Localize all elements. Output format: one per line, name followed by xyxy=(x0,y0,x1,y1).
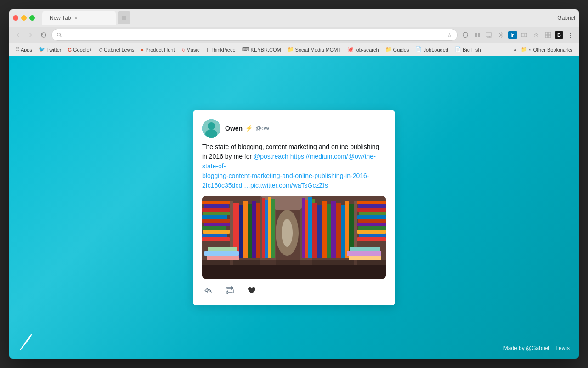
svg-rect-68 xyxy=(358,204,386,208)
music-icon: ♫ xyxy=(181,47,185,52)
nav-bar: ☆ xyxy=(9,27,579,43)
search-icon xyxy=(57,32,62,38)
avatar xyxy=(202,119,220,138)
verified-icon: ⚡ xyxy=(245,125,253,132)
bookmark-socialmedia-label: Social Media MGMT xyxy=(295,47,341,52)
new-tab-button[interactable] xyxy=(118,12,130,24)
extensions-icon[interactable] xyxy=(472,30,482,40)
svg-rect-55 xyxy=(336,203,341,258)
bookmark-thinkpiece[interactable]: T ThinkPiece xyxy=(203,46,238,53)
tweet-body: The state of blogging, content marketing… xyxy=(202,142,386,190)
tweet-header: Owen ⚡ @ow xyxy=(202,119,386,138)
bookmark-gabriellewis[interactable]: ◇ Gabriel Lewis xyxy=(96,46,137,53)
svg-rect-74 xyxy=(347,251,381,256)
maximize-button[interactable] xyxy=(29,15,35,21)
svg-rect-44 xyxy=(305,200,308,258)
extension1-icon[interactable] xyxy=(519,30,529,40)
tweet-card: Owen ⚡ @ow The state of blogging, conten… xyxy=(193,110,395,305)
bookmark-joblogged[interactable]: 📄 JobLogged xyxy=(413,46,451,53)
producthunt-icon: ● xyxy=(141,47,144,52)
url-input[interactable] xyxy=(65,32,444,38)
bookmark-twitter[interactable]: 🐦 Twitter xyxy=(36,46,64,53)
back-button[interactable] xyxy=(13,30,23,40)
svg-rect-11 xyxy=(545,35,548,38)
retweet-button[interactable] xyxy=(223,284,236,296)
svg-rect-0 xyxy=(122,16,126,20)
other-bookmarks-icon: 📁 xyxy=(521,46,527,52)
svg-rect-28 xyxy=(202,201,230,204)
bookmark-guides[interactable]: 📁 Guides xyxy=(383,46,412,53)
svg-rect-39 xyxy=(262,198,265,258)
bookmark-googleplus[interactable]: G Google+ xyxy=(65,46,95,53)
other-bookmarks-label: » Other Bookmarks xyxy=(529,47,572,52)
svg-rect-57 xyxy=(345,201,349,258)
bookmark-music[interactable]: ♫ Music xyxy=(178,46,202,53)
like-button[interactable] xyxy=(245,284,258,296)
cast-icon[interactable] xyxy=(484,30,494,40)
svg-rect-4 xyxy=(475,35,477,37)
bold-icon[interactable]: B xyxy=(555,31,563,39)
svg-rect-25 xyxy=(203,212,230,215)
more-icon[interactable]: ⋮ xyxy=(565,30,575,40)
bookmark-producthunt[interactable]: ● Product Hunt xyxy=(138,46,178,53)
svg-rect-75 xyxy=(350,247,380,251)
tweet-image xyxy=(202,196,386,279)
bookmark-guides-label: Guides xyxy=(393,47,409,52)
tweet-mention[interactable]: @postreach xyxy=(254,153,288,160)
other-bookmarks[interactable]: 📁 » Other Bookmarks xyxy=(518,46,575,53)
extension2-icon[interactable] xyxy=(531,30,541,40)
svg-rect-53 xyxy=(327,204,331,258)
forward-button[interactable] xyxy=(26,30,36,40)
bookmark-apps[interactable]: ⠿ Apps xyxy=(13,46,35,53)
svg-rect-70 xyxy=(207,256,239,260)
address-icons: ☆ xyxy=(447,32,452,39)
overflow-arrow[interactable]: » xyxy=(514,47,516,52)
socialmedia-icon: 📁 xyxy=(288,46,294,52)
svg-rect-45 xyxy=(308,197,312,258)
svg-point-14 xyxy=(208,122,215,130)
apps-icon: ⠿ xyxy=(16,46,19,52)
svg-rect-51 xyxy=(317,205,322,258)
reply-button[interactable] xyxy=(202,284,214,296)
feather-logo xyxy=(18,333,33,350)
svg-rect-63 xyxy=(357,223,386,226)
tweet-pic-link-anchor[interactable]: …pic.twitter.com/waTsGczZfs xyxy=(244,182,328,189)
bookmark-keybr-label: KEYBR.COM xyxy=(251,47,281,52)
settings-icon[interactable] xyxy=(496,30,506,40)
tab-title: New Tab xyxy=(50,15,71,21)
github-icon: 🐙 xyxy=(347,46,354,52)
bookmark-jobsearch[interactable]: 🐙 job-search xyxy=(345,46,381,53)
bookmark-keybr[interactable]: ⌨ KEYBR.COM xyxy=(239,46,284,53)
tab-bar: New Tab × xyxy=(42,11,554,25)
svg-rect-59 xyxy=(357,237,386,241)
gabriellewis-icon: ◇ xyxy=(99,46,102,52)
close-button[interactable] xyxy=(13,15,18,21)
svg-rect-12 xyxy=(548,35,551,38)
bookmark-producthunt-label: Product Hunt xyxy=(145,47,175,52)
address-bar[interactable]: ☆ xyxy=(51,29,458,41)
linkedin-icon[interactable]: in xyxy=(508,31,517,39)
shield-icon[interactable] xyxy=(460,30,470,40)
active-tab[interactable]: New Tab × xyxy=(42,11,116,25)
user-name: Gabriel xyxy=(557,15,575,21)
avatar-image xyxy=(202,119,220,138)
bookmark-socialmedia[interactable]: 📁 Social Media MGMT xyxy=(285,46,344,53)
svg-rect-34 xyxy=(252,201,256,258)
svg-rect-62 xyxy=(358,226,386,230)
svg-rect-24 xyxy=(202,215,227,219)
star-icon[interactable]: ☆ xyxy=(447,32,452,39)
reload-button[interactable] xyxy=(39,30,49,40)
svg-rect-18 xyxy=(202,237,230,241)
svg-rect-3 xyxy=(478,33,480,34)
googleplus-icon: G xyxy=(68,47,72,52)
svg-rect-35 xyxy=(256,203,260,258)
svg-rect-69 xyxy=(357,201,386,204)
minimize-button[interactable] xyxy=(21,15,27,21)
extension3-icon[interactable] xyxy=(543,30,553,40)
tab-close-icon[interactable]: × xyxy=(74,16,77,21)
svg-rect-23 xyxy=(202,219,230,223)
svg-rect-76 xyxy=(202,260,386,279)
window-controls xyxy=(13,15,35,21)
bookmark-bigfish[interactable]: 📄 Big Fish xyxy=(452,46,484,53)
tweet-user-info: Owen ⚡ @ow xyxy=(225,125,269,132)
